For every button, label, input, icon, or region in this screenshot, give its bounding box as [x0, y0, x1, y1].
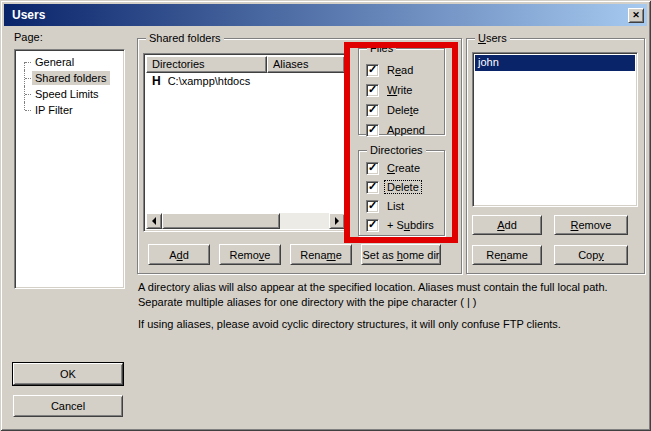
cancel-button[interactable]: Cancel — [13, 395, 123, 417]
checkbox-box[interactable]: ✓ — [366, 200, 379, 213]
checkbox-box[interactable]: ✓ — [366, 104, 379, 117]
shared-folders-group-label: Shared folders — [146, 32, 224, 45]
ok-button[interactable]: OK — [13, 363, 123, 385]
set-as-home-dir-button[interactable]: Set as home dir — [361, 244, 441, 265]
page-item-label: Shared folders — [32, 71, 110, 85]
checkbox-create[interactable]: ✓Create — [366, 160, 444, 176]
files-group-label: Files — [367, 42, 396, 55]
checkbox-label: Read — [385, 64, 415, 76]
check-icon: ✓ — [368, 123, 377, 136]
page-item-speed-limits[interactable]: Speed Limits — [19, 86, 122, 102]
files-group: Files ✓Read✓Write✓Delete✓Append — [358, 48, 445, 135]
checkbox-delete[interactable]: ✓Delete — [366, 102, 444, 118]
column-header-directories[interactable]: Directories — [146, 56, 267, 73]
scrollbar-thumb[interactable] — [162, 213, 280, 229]
user-item-john[interactable]: john — [475, 55, 635, 71]
users-list[interactable]: john — [472, 52, 638, 207]
scroll-left-button[interactable] — [146, 213, 162, 229]
dialog-buttons: OKCancel — [13, 363, 123, 417]
check-icon: ✓ — [368, 83, 377, 96]
checkbox-list[interactable]: ✓List — [366, 198, 444, 214]
info-paragraph-2: If using aliases, please avoid cyclic di… — [138, 317, 645, 332]
rename-button[interactable]: Rename — [472, 245, 542, 265]
scroll-left-icon — [152, 217, 156, 225]
titlebar[interactable]: Users ✕ — [4, 4, 647, 26]
checkbox-write[interactable]: ✓Write — [366, 82, 444, 98]
checkbox-subdirs[interactable]: ✓+ Subdirs — [366, 217, 444, 233]
home-directory-marker: H — [152, 74, 161, 88]
scroll-right-icon — [335, 217, 339, 225]
listview-header: Directories Aliases — [146, 56, 345, 73]
checkbox-box[interactable]: ✓ — [366, 84, 379, 97]
files-options: ✓Read✓Write✓Delete✓Append — [359, 49, 444, 138]
users-group-label: Users — [475, 32, 510, 45]
rename-button[interactable]: Rename — [290, 244, 352, 265]
users-buttons: AddRemoveRenameCopy — [472, 215, 628, 265]
add-button[interactable]: Add — [472, 215, 542, 235]
checkbox-box[interactable]: ✓ — [366, 181, 379, 194]
page-label: Page: — [14, 31, 43, 43]
tree-branch-icon — [19, 86, 32, 102]
checkbox-box[interactable]: ✓ — [366, 124, 379, 137]
checkbox-box[interactable]: ✓ — [366, 219, 379, 232]
check-icon: ✓ — [368, 218, 377, 231]
checkbox-label: + Subdirs — [385, 219, 436, 231]
tree-branch-icon — [19, 70, 32, 86]
page-list[interactable]: GeneralShared foldersSpeed LimitsIP Filt… — [14, 49, 125, 289]
checkbox-label: Delete — [385, 104, 421, 116]
column-header-aliases[interactable]: Aliases — [267, 56, 345, 73]
page-item-label: IP Filter — [32, 103, 76, 117]
page-item-shared-folders[interactable]: Shared folders — [19, 70, 122, 86]
check-icon: ✓ — [368, 103, 377, 116]
users-dialog-window: Users ✕ Page: GeneralShared foldersSpeed… — [0, 0, 651, 431]
checkbox-read[interactable]: ✓Read — [366, 62, 444, 78]
checkbox-label: Write — [385, 84, 414, 96]
check-icon: ✓ — [368, 63, 377, 76]
page-item-label: Speed Limits — [32, 87, 102, 101]
add-button[interactable]: Add — [148, 244, 210, 265]
checkbox-delete[interactable]: ✓Delete — [366, 179, 444, 195]
scroll-right-button[interactable] — [329, 213, 345, 229]
page-item-ip-filter[interactable]: IP Filter — [19, 102, 122, 118]
checkbox-label: Create — [385, 162, 422, 174]
directory-path: C:\xampp\htdocs — [168, 75, 251, 87]
check-icon: ✓ — [368, 199, 377, 212]
horizontal-scrollbar[interactable] — [146, 213, 345, 229]
check-icon: ✓ — [368, 161, 377, 174]
checkbox-box[interactable]: ✓ — [366, 64, 379, 77]
checkbox-label: List — [385, 200, 406, 212]
close-button[interactable]: ✕ — [628, 8, 644, 23]
remove-button[interactable]: Remove — [554, 215, 628, 235]
shared-folders-buttons: AddRemoveRenameSet as home dir — [148, 244, 441, 265]
remove-button[interactable]: Remove — [219, 244, 281, 265]
copy-button[interactable]: Copy — [554, 245, 628, 265]
directories-group-label: Directories — [367, 144, 426, 157]
close-icon: ✕ — [632, 11, 640, 20]
checkbox-append[interactable]: ✓Append — [366, 122, 444, 138]
directories-group: Directories ✓Create✓Delete✓List✓+ Subdir… — [358, 150, 445, 236]
shared-folders-listview[interactable]: Directories Aliases H C:\xampp\htdocs — [143, 53, 348, 232]
info-paragraph-1: A directory alias will also appear at th… — [138, 280, 645, 310]
checkbox-box[interactable]: ✓ — [366, 162, 379, 175]
page-item-general[interactable]: General — [19, 54, 122, 70]
directories-options: ✓Create✓Delete✓List✓+ Subdirs — [359, 151, 444, 233]
checkbox-label: Delete — [385, 181, 421, 193]
page-item-label: General — [32, 55, 77, 69]
check-icon: ✓ — [368, 180, 377, 193]
tree-branch-icon — [19, 102, 32, 118]
tree-branch-icon — [19, 54, 32, 70]
window-title: Users — [12, 4, 45, 26]
checkbox-label: Append — [385, 124, 427, 136]
table-row[interactable]: H C:\xampp\htdocs — [146, 73, 345, 89]
info-text: A directory alias will also appear at th… — [138, 280, 645, 339]
